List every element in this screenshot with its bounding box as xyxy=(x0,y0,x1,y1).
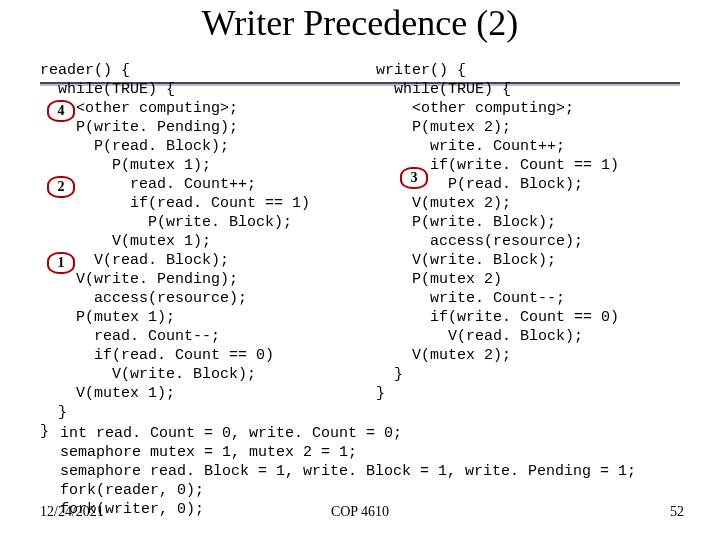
reader-code: reader() { while(TRUE) { <other computin… xyxy=(40,61,310,441)
footer-page: 52 xyxy=(670,504,684,520)
badge-4: 4 xyxy=(47,100,75,122)
slide-title: Writer Precedence (2) xyxy=(0,2,720,44)
writer-code: writer() { while(TRUE) { <other computin… xyxy=(376,61,619,403)
badge-2: 2 xyxy=(47,176,75,198)
footer-course: COP 4610 xyxy=(0,504,720,520)
badge-3: 3 xyxy=(400,167,428,189)
badge-1: 1 xyxy=(47,252,75,274)
